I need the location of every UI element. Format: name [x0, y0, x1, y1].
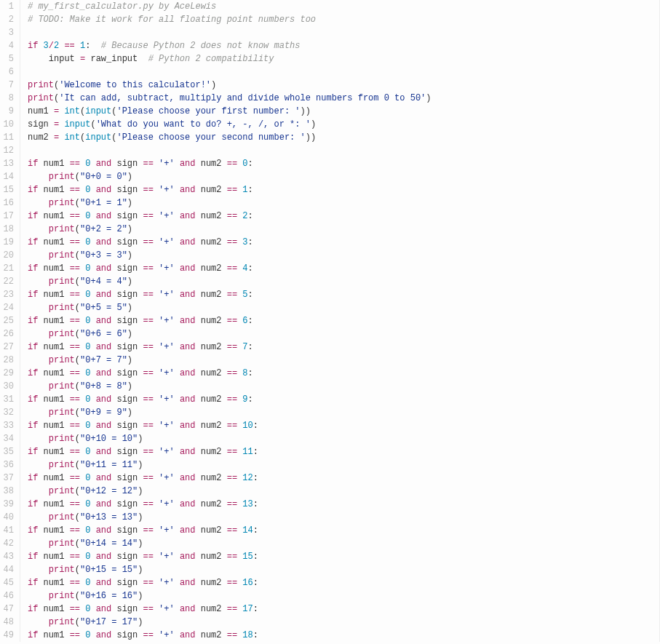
code-line[interactable]: print("0+17 = 17")	[28, 616, 659, 629]
line-number: 46	[0, 589, 14, 603]
line-number: 26	[0, 327, 14, 341]
code-line[interactable]: if num1 == 0 and sign == '+' and num2 ==…	[28, 419, 659, 432]
code-line[interactable]: num2 = int(input('Please choose your sec…	[28, 131, 659, 144]
code-line[interactable]	[28, 144, 659, 157]
code-line[interactable]: print("0+16 = 16")	[28, 589, 659, 603]
code-line[interactable]: if num1 == 0 and sign == '+' and num2 ==…	[28, 445, 659, 458]
line-number: 14	[0, 170, 14, 183]
code-editor: 1234567891011121314151617181920212223242…	[0, 0, 660, 642]
line-number: 49	[0, 629, 14, 642]
code-line[interactable]: # my_first_calculator.py by AceLewis	[28, 0, 659, 13]
code-line[interactable]: if num1 == 0 and sign == '+' and num2 ==…	[28, 236, 659, 249]
code-line[interactable]: if num1 == 0 and sign == '+' and num2 ==…	[28, 393, 659, 406]
line-number: 7	[0, 79, 14, 92]
code-line[interactable]: print("0+14 = 14")	[28, 537, 659, 550]
line-number: 18	[0, 223, 14, 236]
line-number-gutter: 1234567891011121314151617181920212223242…	[0, 0, 20, 642]
code-line[interactable]: print("0+3 = 3")	[28, 249, 659, 262]
code-line[interactable]: print("0+4 = 4")	[28, 275, 659, 288]
code-line[interactable]: print("0+10 = 10")	[28, 432, 659, 445]
code-line[interactable]: print("0+15 = 15")	[28, 563, 659, 576]
code-line[interactable]: print('It can add, subtract, multiply an…	[28, 92, 659, 105]
code-area[interactable]: # my_first_calculator.py by AceLewis# TO…	[20, 0, 659, 642]
code-line[interactable]	[28, 26, 659, 39]
line-number: 44	[0, 563, 14, 576]
code-line[interactable]: if 3/2 == 1: # Because Python 2 does not…	[28, 39, 659, 52]
line-number: 32	[0, 406, 14, 419]
code-line[interactable]: print("0+6 = 6")	[28, 327, 659, 341]
line-number: 1	[0, 0, 14, 13]
line-number: 45	[0, 576, 14, 589]
code-line[interactable]	[28, 65, 659, 79]
line-number: 15	[0, 183, 14, 196]
line-number: 39	[0, 498, 14, 511]
line-number: 9	[0, 105, 14, 118]
code-line[interactable]: print('Welcome to this calculator!')	[28, 79, 659, 92]
code-line[interactable]: # TODO: Make it work for all floating po…	[28, 13, 659, 26]
code-line[interactable]: if num1 == 0 and sign == '+' and num2 ==…	[28, 629, 659, 642]
code-line[interactable]: print("0+5 = 5")	[28, 301, 659, 314]
line-number: 24	[0, 301, 14, 314]
line-number: 22	[0, 275, 14, 288]
line-number: 31	[0, 393, 14, 406]
code-line[interactable]: if num1 == 0 and sign == '+' and num2 ==…	[28, 157, 659, 170]
line-number: 12	[0, 144, 14, 157]
code-line[interactable]: if num1 == 0 and sign == '+' and num2 ==…	[28, 341, 659, 354]
code-line[interactable]: print("0+13 = 13")	[28, 511, 659, 524]
line-number: 41	[0, 524, 14, 537]
line-number: 36	[0, 458, 14, 472]
code-line[interactable]: if num1 == 0 and sign == '+' and num2 ==…	[28, 183, 659, 196]
line-number: 27	[0, 341, 14, 354]
code-line[interactable]: print("0+9 = 9")	[28, 406, 659, 419]
line-number: 19	[0, 236, 14, 249]
line-number: 4	[0, 39, 14, 52]
line-number: 10	[0, 118, 14, 131]
code-line[interactable]: sign = input('What do you want to do? +,…	[28, 118, 659, 131]
line-number: 35	[0, 445, 14, 458]
code-line[interactable]: if num1 == 0 and sign == '+' and num2 ==…	[28, 576, 659, 589]
line-number: 16	[0, 196, 14, 210]
line-number: 25	[0, 314, 14, 327]
code-line[interactable]: print("0+2 = 2")	[28, 223, 659, 236]
line-number: 8	[0, 92, 14, 105]
code-line[interactable]: print("0+1 = 1")	[28, 196, 659, 210]
line-number: 30	[0, 380, 14, 393]
line-number: 47	[0, 603, 14, 616]
code-line[interactable]: print("0+8 = 8")	[28, 380, 659, 393]
code-line[interactable]: input = raw_input # Python 2 compatibili…	[28, 52, 659, 65]
line-number: 40	[0, 511, 14, 524]
line-number: 38	[0, 485, 14, 498]
line-number: 13	[0, 157, 14, 170]
line-number: 11	[0, 131, 14, 144]
code-line[interactable]: if num1 == 0 and sign == '+' and num2 ==…	[28, 550, 659, 563]
code-line[interactable]: print("0+11 = 11")	[28, 458, 659, 472]
line-number: 29	[0, 367, 14, 380]
line-number: 21	[0, 262, 14, 275]
code-line[interactable]: print("0+0 = 0")	[28, 170, 659, 183]
code-line[interactable]: num1 = int(input('Please choose your fir…	[28, 105, 659, 118]
line-number: 37	[0, 472, 14, 485]
line-number: 6	[0, 65, 14, 79]
line-number: 43	[0, 550, 14, 563]
line-number: 3	[0, 26, 14, 39]
code-line[interactable]: if num1 == 0 and sign == '+' and num2 ==…	[28, 262, 659, 275]
code-line[interactable]: if num1 == 0 and sign == '+' and num2 ==…	[28, 288, 659, 301]
line-number: 2	[0, 13, 14, 26]
code-line[interactable]: if num1 == 0 and sign == '+' and num2 ==…	[28, 367, 659, 380]
line-number: 33	[0, 419, 14, 432]
code-line[interactable]: if num1 == 0 and sign == '+' and num2 ==…	[28, 498, 659, 511]
code-line[interactable]: if num1 == 0 and sign == '+' and num2 ==…	[28, 603, 659, 616]
code-line[interactable]: print("0+12 = 12")	[28, 485, 659, 498]
code-line[interactable]: if num1 == 0 and sign == '+' and num2 ==…	[28, 524, 659, 537]
code-line[interactable]: if num1 == 0 and sign == '+' and num2 ==…	[28, 314, 659, 327]
line-number: 34	[0, 432, 14, 445]
line-number: 48	[0, 616, 14, 629]
line-number: 17	[0, 210, 14, 223]
code-line[interactable]: print("0+7 = 7")	[28, 354, 659, 367]
line-number: 42	[0, 537, 14, 550]
line-number: 5	[0, 52, 14, 65]
line-number: 20	[0, 249, 14, 262]
code-line[interactable]: if num1 == 0 and sign == '+' and num2 ==…	[28, 472, 659, 485]
line-number: 28	[0, 354, 14, 367]
code-line[interactable]: if num1 == 0 and sign == '+' and num2 ==…	[28, 210, 659, 223]
